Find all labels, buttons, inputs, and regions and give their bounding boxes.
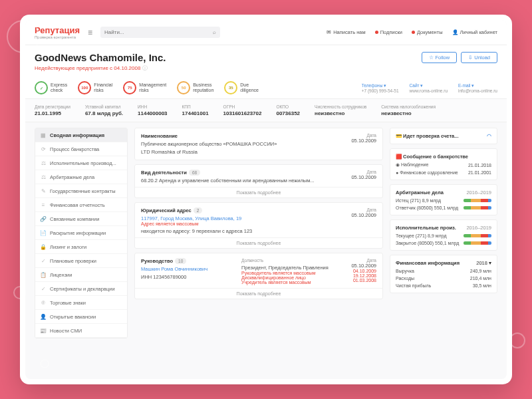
chat-icon: ✉ — [327, 29, 331, 35]
risk-ring: 35 — [224, 81, 237, 94]
sidebar-icon: 🔗 — [40, 215, 47, 222]
account-link[interactable]: 👤Личный кабинет — [452, 29, 497, 35]
card-activity: Вид деятельности68 68.20.2 Аренда и упра… — [134, 164, 383, 198]
finance-card: Финансовая информация2018 ▾ Выручка240,9… — [390, 255, 497, 293]
contact-item[interactable]: Сайт ▾www.roma-online.ru — [410, 83, 448, 93]
sidebar-item[interactable]: 📄Раскрытие информации — [35, 226, 127, 240]
sidebar-item[interactable]: 📋Лицензии — [35, 268, 127, 282]
contact-item[interactable]: E-mail ▾info@roma-online.ru — [458, 83, 497, 93]
meta-item: Система налогообложениянеизвестно — [381, 104, 436, 116]
meta-item: КПП174401001 — [182, 104, 209, 116]
sidebar-icon: 👤 — [40, 313, 47, 320]
sidebar-icon: ✓ — [40, 257, 47, 264]
exec-row: Закрытое (80500) 550,1 млрд — [396, 241, 491, 245]
arb-row: Истец (271) 8,9 млрд — [396, 198, 491, 203]
risk-ring: 50 — [177, 81, 190, 94]
search-icon[interactable]: ⌕ — [213, 29, 216, 35]
logo: Репутация Проверка контрагента — [35, 25, 80, 39]
sidebar-item[interactable]: 📰Новости СМИ — [35, 324, 127, 338]
show-more[interactable]: Показать подробнее — [135, 288, 382, 299]
sidebar-item[interactable]: ▦Сводная информация — [35, 128, 127, 142]
arbitration-card: Арбитражные дела2016–2019 Истец (271) 8,… — [390, 184, 497, 215]
risk-ring: 100 — [78, 81, 91, 94]
risk-ring: 75 — [123, 81, 136, 94]
fin-row: Выручка240,9 млн — [396, 269, 491, 273]
sidebar-icon: ⚖ — [40, 174, 47, 180]
sidebar-item[interactable]: ®Торговые знаки — [35, 296, 127, 310]
sidebar-item[interactable]: ✓Плановые проверки — [35, 254, 127, 268]
sidebar-icon: 🔒 — [40, 243, 47, 250]
page-title: GoodNews Chamomile, Inc. — [35, 52, 166, 63]
sidebar-item[interactable]: 🔗Связанные компании — [35, 212, 127, 226]
sidebar-icon: ≡ — [40, 201, 47, 208]
sidebar-item[interactable]: ✓Сертификаты и декларации — [35, 282, 127, 296]
documents-link[interactable]: Документы — [412, 29, 443, 35]
show-more[interactable]: Показать подробнее — [135, 187, 382, 198]
sidebar-icon: 📋 — [40, 271, 47, 278]
sidebar-icon: ✎ — [40, 188, 47, 194]
sidebar-icon: 📄 — [40, 229, 47, 236]
sidebar-item[interactable]: ⚖Арбитражные дела — [35, 170, 127, 184]
card-address: Юридический адрес2 117997, Город Москва,… — [134, 202, 383, 249]
sidebar-item[interactable]: 🔒Лизинг и залоги — [35, 240, 127, 254]
bank-row: ◉ Наблюдение21.01.2018 — [396, 162, 491, 168]
arb-row: Ответчик (80500) 550,1 млрд — [396, 205, 491, 210]
meta-item: ИНН1144000003 — [138, 104, 168, 116]
sidebar-icon: 📰 — [40, 327, 47, 334]
dot-badge — [412, 31, 415, 34]
fin-row: Чистая прибыль30,5 млн — [396, 283, 491, 288]
sidebar-icon: ✓ — [40, 285, 47, 292]
card-name: Наименование Публичное акционерное общес… — [134, 128, 383, 160]
sidebar-icon: ⟳ — [40, 146, 47, 152]
sidebar-item[interactable]: ✎Государственные контракты — [35, 184, 127, 198]
search-input[interactable]: ⌕ — [100, 27, 220, 38]
risk-item[interactable]: ✓Expresscheck — [35, 81, 67, 94]
exec-card: Исполнительные произ.2016–2019 Текущее (… — [390, 219, 497, 251]
risk-item[interactable]: 75Managementrisks — [123, 81, 166, 94]
sidebar-item[interactable]: ≡Финансовая отчетность — [35, 198, 127, 212]
meta-item: Численность сотрудниковнеизвестно — [315, 104, 366, 116]
sidebar-item[interactable]: ⟳Процесс банкротства — [35, 142, 127, 156]
menu-icon[interactable]: ≡ — [88, 28, 92, 37]
meta-item: ОГРН1031601623702 — [223, 104, 262, 116]
risk-item[interactable]: 50Businessreputation — [177, 81, 213, 94]
card-management: Руководство10 Машкин Рома Овчинникович И… — [134, 253, 383, 299]
risk-ring: ✓ — [35, 81, 48, 94]
meta-item: ОКПО00736352 — [276, 104, 300, 116]
meta-item: Дата регистрации21.01.1995 — [35, 104, 70, 116]
follow-button[interactable]: ☆ Follow — [422, 52, 457, 63]
dot-badge — [375, 31, 378, 34]
exec-row: Текущее (271) 8,9 млрд — [396, 233, 491, 238]
year-select[interactable]: 2018 ▾ — [476, 260, 491, 266]
meta-item: Уставной капитал67.8 млрд руб. — [85, 104, 123, 116]
unload-button[interactable]: ⇩ Unload — [461, 52, 497, 63]
manager-link[interactable]: Машкин Рома Овчинникович — [141, 266, 241, 272]
address-link[interactable]: 117997, Город Москва, Улица Вавилова, 19 — [141, 215, 252, 221]
sidebar-icon: ⚖ — [40, 160, 47, 166]
write-us-link[interactable]: ✉Написать нам — [327, 29, 366, 35]
show-more[interactable]: Показать подробнее — [135, 237, 382, 248]
bankruptcy-card: 🟥 Сообщение о банкротстве ◉ Наблюдение21… — [390, 148, 497, 180]
bank-row: ● Финансовое оздоровление21.01.2001 — [396, 170, 491, 175]
contact-item[interactable]: Телефоны ▾+7 (900) 999-54-51 — [362, 83, 399, 93]
risk-item[interactable]: 100Financialrisks — [78, 81, 112, 94]
status-inactive: Недействующее предприятие с 04.10.2008 ⓘ — [25, 65, 507, 77]
sidebar-item[interactable]: ⚖Исполнительные производ... — [35, 156, 127, 170]
sidebar-icon: ® — [40, 299, 47, 306]
sidebar-icon: ▦ — [40, 132, 47, 138]
user-icon: 👤 — [452, 29, 458, 35]
sidebar-item[interactable]: 👤Открытые вакансии — [35, 310, 127, 324]
fin-row: Расходы210,4 млн — [396, 276, 491, 281]
subscriptions-link[interactable]: Подписки — [375, 29, 402, 35]
account-check: 💳 Идет проверка счета...◠ — [390, 128, 497, 144]
risk-item[interactable]: 35Duediligence — [224, 81, 259, 94]
